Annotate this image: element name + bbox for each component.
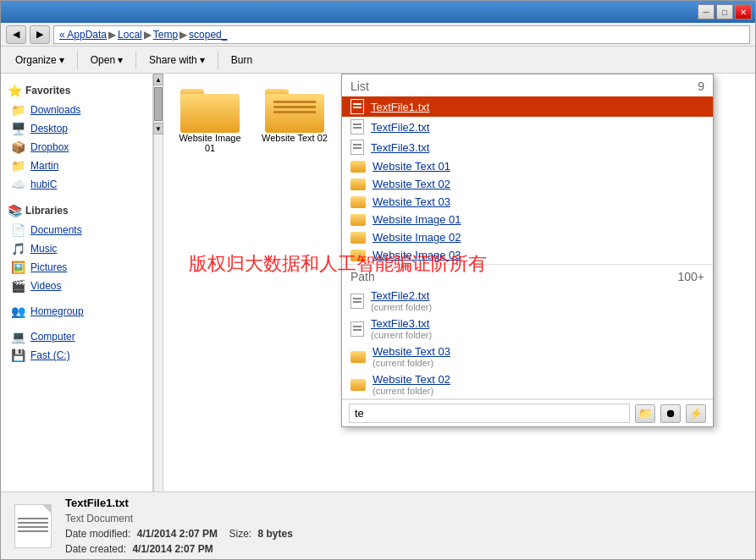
dropdown-item-website-text-02[interactable]: Website Text 02 xyxy=(342,175,713,193)
status-info: TextFile1.txt Text Document Date modifie… xyxy=(65,497,293,555)
drive-icon: 💾 xyxy=(11,349,25,362)
search-dropdown: List 9 TextFile1.txt xyxy=(341,74,714,427)
back-button[interactable]: ◀ xyxy=(6,25,26,44)
dropbox-icon: 📦 xyxy=(11,140,25,154)
sidebar-item-homegroup[interactable]: 👥 Homegroup xyxy=(1,302,152,321)
toolbar-separator-2 xyxy=(135,51,136,69)
status-details-created: Date created: 4/1/2014 2:07 PM xyxy=(65,543,293,555)
sidebar-item-documents[interactable]: 📄 Documents xyxy=(1,221,152,239)
sidebar-item-videos[interactable]: 🎬 Videos xyxy=(1,277,152,295)
dropdown-label-website-text-02: Website Text 02 xyxy=(372,178,450,190)
path-item-textfile3[interactable]: TextFile3.txt (current folder) xyxy=(342,315,713,343)
dropdown-list-header: List 9 xyxy=(342,74,713,96)
folder-icon-small-4 xyxy=(350,214,366,226)
dropdown-item-textfile2[interactable]: TextFile2.txt xyxy=(342,117,713,137)
computer-icon: 💻 xyxy=(11,330,25,343)
organize-button[interactable]: Organize ▾ xyxy=(8,51,72,69)
forward-button[interactable]: ▶ xyxy=(30,25,50,44)
dropdown-item-textfile3[interactable]: TextFile3.txt xyxy=(342,137,713,157)
dropdown-list-section: List 9 TextFile1.txt xyxy=(342,74,713,265)
dropdown-item-website-image-03[interactable]: Website Image 03 xyxy=(342,246,713,264)
path-appdata[interactable]: « AppData xyxy=(59,29,107,41)
sidebar-item-music[interactable]: 🎵 Music xyxy=(1,239,152,258)
sidebar-item-downloads[interactable]: 📁 Downloads xyxy=(1,101,152,119)
sidebar: ⭐ Favorites 📁 Downloads 🖥️ Desktop 📦 Dro… xyxy=(1,74,153,491)
sidebar-item-fastc[interactable]: 💾 Fast (C:) xyxy=(1,346,152,365)
search-flash-button[interactable]: ⚡ xyxy=(686,404,706,423)
scroll-down-button[interactable]: ▼ xyxy=(153,123,163,135)
dropdown-label-textfile2: TextFile2.txt xyxy=(371,121,429,134)
dropdown-label-website-image-02: Website Image 02 xyxy=(372,231,461,244)
path-temp[interactable]: Temp xyxy=(153,29,178,41)
size-value: 8 bytes xyxy=(258,528,293,540)
open-button[interactable]: Open ▾ xyxy=(83,51,130,69)
share-with-button[interactable]: Share with ▾ xyxy=(141,51,212,69)
desktop-label: Desktop xyxy=(30,123,68,135)
martin-label: Martin xyxy=(30,160,58,172)
minimize-button[interactable]: ─ xyxy=(698,4,715,19)
share-chevron: ▾ xyxy=(200,54,205,66)
address-path[interactable]: « AppData ▶ Local ▶ Temp ▶ scoped_ xyxy=(53,25,750,44)
libraries-label: Libraries xyxy=(25,205,69,217)
path-item-website-text-03[interactable]: Website Text 03 (current folder) xyxy=(342,343,713,371)
title-bar-buttons: ─ □ ✕ xyxy=(698,4,752,19)
sidebar-item-desktop[interactable]: 🖥️ Desktop xyxy=(1,119,152,138)
close-button[interactable]: ✕ xyxy=(735,4,752,19)
sidebar-item-hubic[interactable]: ☁️ hubiC xyxy=(1,175,152,194)
dropdown-label-textfile1: TextFile1.txt xyxy=(371,101,429,113)
file-item-website-image-01[interactable]: Website Image 01 xyxy=(172,82,248,156)
sidebar-item-computer[interactable]: 💻 Computer xyxy=(1,327,152,346)
videos-label: Videos xyxy=(30,280,61,292)
music-label: Music xyxy=(30,243,57,255)
burn-button[interactable]: Burn xyxy=(223,51,260,69)
file-item-website-text-02[interactable]: Website Text 02 xyxy=(257,82,333,156)
size-label: Size: xyxy=(229,528,251,540)
status-file-icon xyxy=(14,504,52,548)
dropdown-label-website-image-01: Website Image 01 xyxy=(372,213,461,226)
status-details-modified: Date modified: 4/1/2014 2:07 PM Size: 8 … xyxy=(65,528,293,540)
dropdown-item-textfile1[interactable]: TextFile1.txt xyxy=(342,96,713,117)
dropbox-label: Dropbox xyxy=(30,141,69,153)
dropdown-item-website-text-01[interactable]: Website Text 01 xyxy=(342,157,713,175)
maximize-button[interactable]: □ xyxy=(716,4,733,19)
favorites-section: ⭐ Favorites 📁 Downloads 🖥️ Desktop 📦 Dro… xyxy=(1,80,152,194)
folder-icon-small-3 xyxy=(350,196,366,208)
sidebar-item-martin[interactable]: 📁 Martin xyxy=(1,156,152,175)
path-item-textfile2[interactable]: TextFile2.txt (current folder) xyxy=(342,287,713,315)
dropdown-item-website-image-01[interactable]: Website Image 01 xyxy=(342,211,713,228)
search-input[interactable] xyxy=(349,404,630,423)
txt-path-icon-1 xyxy=(350,294,364,309)
toolbar: Organize ▾ Open ▾ Share with ▾ Burn xyxy=(1,47,755,74)
sidebar-scrollbar[interactable]: ▲ ▼ xyxy=(153,74,163,491)
libraries-heading[interactable]: 📚 Libraries xyxy=(1,200,152,221)
list-title: List xyxy=(350,80,369,93)
main-window: ─ □ ✕ ◀ ▶ « AppData ▶ Local ▶ Temp ▶ sco… xyxy=(0,0,756,560)
homegroup-icon: 👥 xyxy=(11,305,25,318)
path-sub-textfile2: (current folder) xyxy=(371,302,432,312)
address-bar: ◀ ▶ « AppData ▶ Local ▶ Temp ▶ scoped_ xyxy=(1,23,755,47)
dropdown-search-bar: 📁 ⏺ ⚡ xyxy=(342,399,713,426)
path-local[interactable]: Local xyxy=(118,29,142,41)
sidebar-item-dropbox[interactable]: 📦 Dropbox xyxy=(1,138,152,156)
txt-file-icon-3 xyxy=(350,140,364,155)
path-item-website-text-02[interactable]: Website Text 02 (current folder) xyxy=(342,371,713,398)
path-scoped[interactable]: scoped_ xyxy=(189,29,227,41)
search-circle-button[interactable]: ⏺ xyxy=(660,404,681,423)
dropdown-item-website-text-03[interactable]: Website Text 03 xyxy=(342,193,713,211)
search-folder-button[interactable]: 📁 xyxy=(635,404,655,423)
dropdown-item-website-image-02[interactable]: Website Image 02 xyxy=(342,228,713,246)
dropdown-label-website-text-01: Website Text 01 xyxy=(372,160,450,173)
dropdown-path-header: Path 100+ xyxy=(342,265,713,287)
scroll-thumb[interactable] xyxy=(154,87,163,121)
desktop-icon: 🖥️ xyxy=(11,122,25,135)
folder-path-icon-2 xyxy=(350,379,366,391)
burn-label: Burn xyxy=(231,54,252,66)
share-label: Share with xyxy=(149,54,197,66)
path-label-textfile2: TextFile2.txt xyxy=(371,289,432,302)
dropdown-path-section: Path 100+ TextFile2.txt (current folder) xyxy=(342,265,713,399)
scroll-up-button[interactable]: ▲ xyxy=(153,74,163,85)
sidebar-item-pictures[interactable]: 🖼️ Pictures xyxy=(1,258,152,277)
favorites-heading[interactable]: ⭐ Favorites xyxy=(1,80,152,101)
documents-label: Documents xyxy=(30,224,82,236)
file-view: 版权归大数据和人工智能骗证阶所有 Website Image 01 xyxy=(163,74,755,491)
